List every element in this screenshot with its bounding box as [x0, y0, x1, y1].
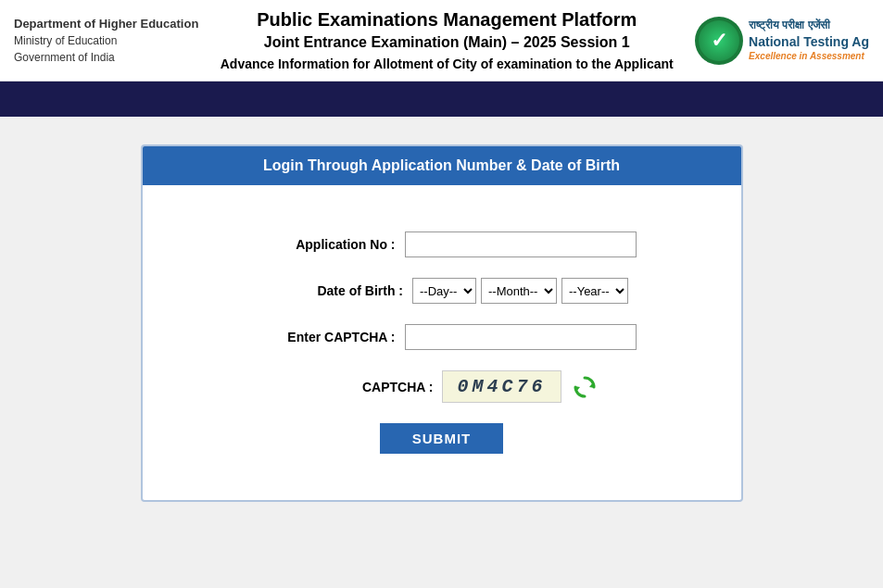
captcha-input[interactable] [405, 324, 637, 350]
captcha-refresh-icon[interactable] [571, 373, 599, 401]
dob-selects: --Day-- 010203 --Month-- JanuaryFebruary… [412, 278, 628, 304]
app-no-row: Application No : [161, 231, 723, 257]
login-box-title: Login Through Application Number & Date … [143, 146, 741, 185]
captcha-display: 0M4C76 [442, 370, 598, 403]
submit-row: SUBMIT [161, 423, 723, 454]
govt-text: Government of India [14, 49, 198, 66]
nta-eng-text: National Testing Ag [749, 33, 869, 50]
month-select[interactable]: --Month-- JanuaryFebruaryMarch [481, 278, 557, 304]
info-title: Advance Information for Allotment of Cit… [208, 56, 686, 71]
login-box-body: Application No : Date of Birth : --Day--… [143, 185, 741, 500]
exam-sub-title: Joint Entrance Examination (Main) – 2025… [208, 34, 686, 51]
nta-hindi-text: राष्ट्रीय परीक्षा एजेंसी [749, 19, 869, 33]
captcha-display-label: CAPTCHA : [284, 380, 433, 394]
header-right: ✓ राष्ट्रीय परीक्षा एजेंसी National Test… [695, 17, 869, 65]
nta-check-icon: ✓ [711, 29, 727, 53]
page-header: Department of Higher Education Ministry … [0, 0, 883, 81]
day-select[interactable]: --Day-- 010203 [412, 278, 476, 304]
dob-label: Date of Birth : [255, 283, 403, 298]
login-box: Login Through Application Number & Date … [141, 144, 743, 502]
navbar [0, 81, 883, 117]
header-center: Public Examinations Management Platform … [198, 9, 695, 71]
captcha-image: 0M4C76 [442, 370, 561, 403]
submit-button[interactable]: SUBMIT [380, 423, 504, 454]
nta-text-block: राष्ट्रीय परीक्षा एजेंसी National Testin… [749, 19, 869, 62]
main-content: Login Through Application Number & Date … [0, 117, 883, 530]
dob-row: Date of Birth : --Day-- 010203 --Month--… [161, 278, 723, 304]
header-left: Department of Higher Education Ministry … [14, 15, 198, 67]
dept-text: Department of Higher Education [14, 15, 198, 33]
nta-logo-circle: ✓ [695, 17, 743, 65]
captcha-input-label: Enter CAPTCHA : [247, 330, 396, 344]
main-title: Public Examinations Management Platform [208, 9, 686, 31]
nta-logo: ✓ राष्ट्रीय परीक्षा एजेंसी National Test… [695, 17, 869, 65]
captcha-input-row: Enter CAPTCHA : [161, 324, 723, 350]
app-no-label: Application No : [247, 237, 396, 252]
ministry-text: Ministry of Education [14, 32, 198, 49]
nta-tagline-text: Excellence in Assessment [749, 50, 869, 62]
captcha-display-row: CAPTCHA : 0M4C76 [161, 370, 723, 403]
app-no-input[interactable] [405, 231, 637, 257]
year-select[interactable]: --Year-- 200020012002 [561, 278, 628, 304]
